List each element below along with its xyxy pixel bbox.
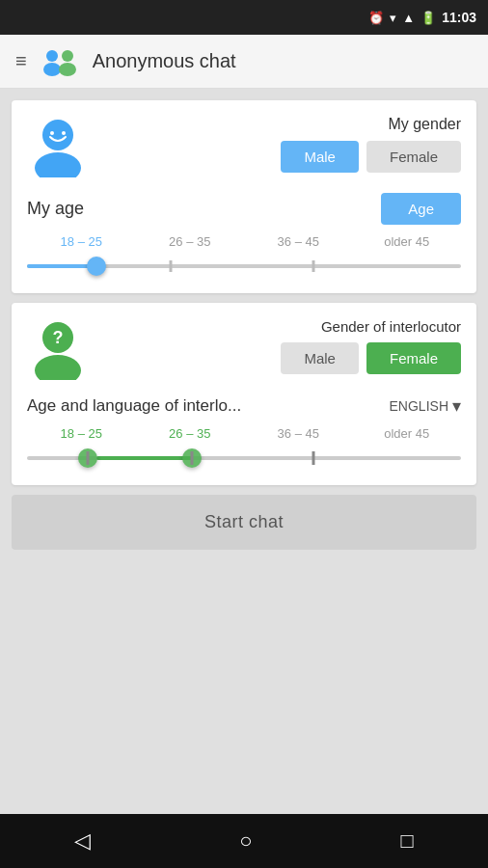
interlocutor-card: ? Gender of interlocutor Male Female Age… (12, 303, 476, 485)
svg-point-1 (43, 63, 61, 76)
my-age-row: My age Age (27, 193, 461, 225)
my-male-button[interactable]: Male (281, 141, 359, 173)
interlocutor-header: ? Gender of interlocutor Male Female (27, 318, 461, 384)
language-arrow-icon: ▾ (452, 395, 461, 417)
home-icon: ○ (239, 828, 252, 854)
svg-point-6 (50, 131, 54, 135)
interlocutor-gender-label: Gender of interlocutor (321, 318, 461, 335)
interlocutor-age-range-3: older 45 (353, 426, 462, 441)
menu-icon[interactable]: ≡ (15, 50, 27, 72)
interlocutor-female-button[interactable]: Female (366, 342, 461, 374)
svg-point-0 (46, 50, 58, 62)
my-age-slider[interactable] (27, 255, 461, 278)
app-header: ≡ Anonymous chat (0, 35, 488, 89)
age-lang-row: Age and language of interlo... ENGLISH ▾ (27, 395, 461, 417)
interlocutor-avatar: ? (27, 318, 89, 384)
battery-icon: 🔋 (420, 11, 436, 25)
my-age-range-1: 26 – 35 (136, 234, 245, 249)
my-age-range-2: 36 – 45 (244, 234, 353, 249)
alarm-icon: ⏰ (368, 11, 384, 25)
interlocutor-age-range-2: 36 – 45 (244, 426, 353, 441)
main-content: My gender Male Female My age Age 18 – 25… (0, 89, 488, 814)
my-avatar (27, 116, 89, 181)
interlocutor-gender-buttons: Male Female (281, 342, 461, 374)
my-age-title: My age (27, 199, 84, 219)
home-button[interactable]: ○ (239, 828, 252, 854)
signal-icon: ▲ (402, 11, 415, 25)
wifi-icon: ▾ (390, 11, 396, 25)
my-age-range-0: 18 – 25 (27, 234, 136, 249)
svg-point-5 (35, 152, 81, 177)
my-age-ranges: 18 – 25 26 – 35 36 – 45 older 45 (27, 234, 461, 249)
my-age-range-3: older 45 (353, 234, 462, 249)
status-bar: ⏰ ▾ ▲ 🔋 11:03 (0, 0, 488, 35)
back-button[interactable]: ◁ (74, 828, 91, 854)
my-gender-section: My gender Male Female (104, 116, 461, 173)
app-logo (42, 44, 77, 79)
svg-text:?: ? (53, 328, 64, 347)
interlocutor-age-range-0: 18 – 25 (27, 426, 136, 441)
svg-point-9 (35, 355, 81, 380)
age-button[interactable]: Age (381, 193, 461, 225)
interlocutor-age-ranges: 18 – 25 26 – 35 36 – 45 older 45 (27, 426, 461, 441)
interlocutor-gender-section: Gender of interlocutor Male Female (104, 318, 461, 374)
bottom-nav: ◁ ○ □ (0, 814, 488, 868)
my-female-button[interactable]: Female (366, 141, 461, 173)
svg-point-4 (42, 120, 73, 150)
my-profile-card: My gender Male Female My age Age 18 – 25… (12, 100, 476, 293)
language-selector[interactable]: ENGLISH ▾ (390, 395, 461, 417)
interlocutor-male-button[interactable]: Male (281, 342, 359, 374)
svg-point-2 (62, 50, 73, 62)
svg-point-3 (59, 63, 76, 76)
recent-apps-button[interactable]: □ (401, 828, 414, 854)
start-chat-button[interactable]: Start chat (12, 495, 476, 550)
interlocutor-age-slider[interactable] (27, 447, 461, 470)
language-label: ENGLISH (390, 398, 448, 414)
age-lang-title: Age and language of interlo... (27, 396, 390, 416)
back-icon: ◁ (74, 828, 91, 854)
my-gender-buttons: Male Female (281, 141, 461, 173)
recent-apps-icon: □ (401, 828, 414, 854)
interlocutor-age-range-1: 26 – 35 (136, 426, 245, 441)
svg-point-7 (62, 131, 66, 135)
app-title: Anonymous chat (93, 50, 236, 72)
my-gender-label: My gender (388, 116, 461, 133)
status-time: 11:03 (442, 10, 476, 25)
